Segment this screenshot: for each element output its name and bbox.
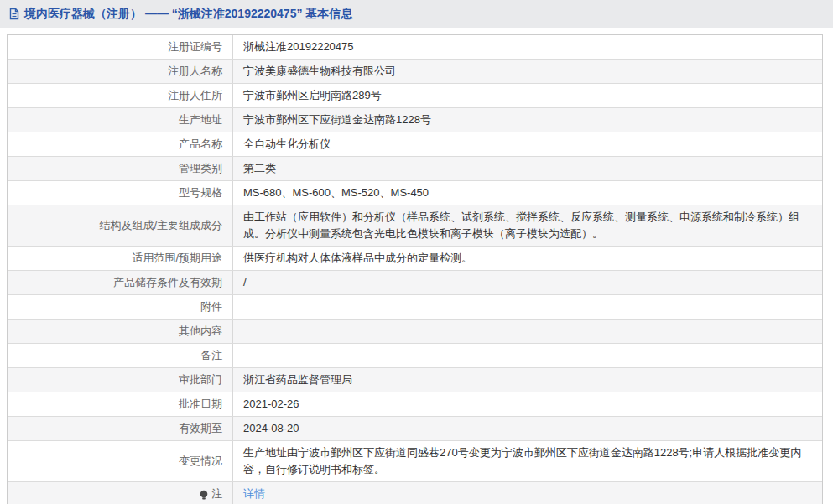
table-row-reg-number: 注册证编号 浙械注准20192220475	[8, 35, 822, 59]
row-value: 由工作站（应用软件）和分析仪（样品系统、试剂系统、搅拌系统、反应系统、测量系统、…	[233, 205, 822, 246]
detail-link[interactable]: 详情	[243, 486, 265, 502]
note-label: 注	[211, 486, 222, 502]
row-value	[233, 344, 822, 367]
table-row-attachments: 附件	[8, 294, 822, 319]
table-row-production-address: 生产地址 宁波市鄞州区下应街道金达南路1228号	[8, 107, 822, 132]
row-label: 注	[8, 482, 233, 504]
row-value: 全自动生化分析仪	[233, 132, 822, 156]
row-value	[233, 295, 822, 319]
row-label: 注册人名称	[8, 60, 233, 83]
row-label: 管理类别	[8, 157, 233, 180]
row-label: 其他内容	[8, 320, 233, 343]
row-value: 生产地址由宁波市鄞州区下应街道同盛巷270号变更为宁波市鄞州区下应街道金达南路1…	[233, 441, 822, 481]
row-value: 2024-08-20	[233, 417, 822, 440]
row-label: 批准日期	[8, 392, 233, 416]
row-value: 浙江省药品监督管理局	[233, 368, 822, 392]
row-label: 有效期至	[8, 417, 233, 440]
table-row-approval-department: 审批部门 浙江省药品监督管理局	[8, 367, 822, 392]
row-value: 宁波美康盛德生物科技有限公司	[233, 60, 822, 83]
row-label: 审批部门	[8, 368, 233, 392]
table-row-approval-date: 批准日期 2021-02-26	[8, 392, 822, 416]
row-label: 产品名称	[8, 132, 233, 156]
lightbulb-icon	[199, 490, 209, 501]
page-header: 境内医疗器械（注册） —— “浙械注准20192220475” 基本信息	[0, 0, 833, 28]
table-row-product-name: 产品名称 全自动生化分析仪	[8, 132, 822, 156]
table-row-other-content: 其他内容	[8, 319, 822, 343]
table-row-remarks: 备注	[8, 343, 822, 367]
registration-info-table: 注册证编号 浙械注准20192220475 注册人名称 宁波美康盛德生物科技有限…	[7, 34, 823, 504]
table-row-management-class: 管理类别 第二类	[8, 156, 822, 180]
row-label: 结构及组成/主要组成成分	[8, 205, 233, 246]
row-value: MS-680、MS-600、MS-520、MS-450	[233, 181, 822, 205]
table-row-registrant-name: 注册人名称 宁波美康盛德生物科技有限公司	[8, 59, 822, 83]
row-value: 第二类	[233, 157, 822, 180]
row-value: 2021-02-26	[233, 392, 822, 416]
row-label: 产品储存条件及有效期	[8, 271, 233, 294]
row-value: 宁波市鄞州区启明南路289号	[233, 84, 822, 107]
table-row-storage-validity: 产品储存条件及有效期 /	[8, 270, 822, 294]
page-title: 境内医疗器械（注册） —— “浙械注准20192220475” 基本信息	[24, 7, 352, 22]
row-label: 变更情况	[8, 441, 233, 481]
row-label: 型号规格	[8, 181, 233, 205]
row-label: 注册证编号	[8, 35, 233, 59]
document-icon	[8, 8, 20, 20]
row-label: 生产地址	[8, 108, 233, 132]
table-row-expiry-date: 有效期至 2024-08-20	[8, 416, 822, 440]
table-row-structure-composition: 结构及组成/主要组成成分 由工作站（应用软件）和分析仪（样品系统、试剂系统、搅拌…	[8, 205, 822, 246]
row-value: 浙械注准20192220475	[233, 35, 822, 59]
row-value: 详情	[233, 482, 822, 504]
row-label: 适用范围/预期用途	[8, 247, 233, 270]
table-row-intended-use: 适用范围/预期用途 供医疗机构对人体体液样品中成分的定量检测。	[8, 246, 822, 270]
row-value	[233, 320, 822, 343]
row-value: /	[233, 271, 822, 294]
row-label: 注册人住所	[8, 84, 233, 107]
row-value: 供医疗机构对人体体液样品中成分的定量检测。	[233, 247, 822, 270]
table-row-model-spec: 型号规格 MS-680、MS-600、MS-520、MS-450	[8, 180, 822, 205]
table-row-note: 注 详情	[8, 481, 822, 504]
table-row-change-info: 变更情况 生产地址由宁波市鄞州区下应街道同盛巷270号变更为宁波市鄞州区下应街道…	[8, 440, 822, 481]
row-value: 宁波市鄞州区下应街道金达南路1228号	[233, 108, 822, 132]
row-label: 附件	[8, 295, 233, 319]
row-label: 备注	[8, 344, 233, 367]
table-row-registrant-address: 注册人住所 宁波市鄞州区启明南路289号	[8, 83, 822, 107]
